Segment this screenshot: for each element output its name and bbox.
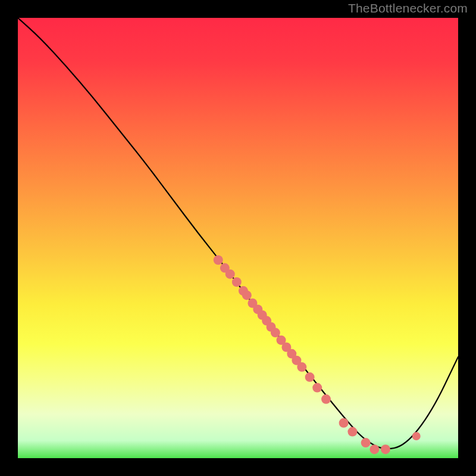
data-marker [412, 432, 421, 440]
curve-svg [18, 18, 458, 458]
data-marker [305, 372, 315, 382]
data-marker [361, 438, 371, 447]
data-marker [271, 328, 280, 337]
data-marker [381, 444, 390, 454]
data-marker [242, 290, 252, 300]
data-marker [369, 444, 379, 454]
chart-container: TheBottlenecker.com [0, 0, 476, 476]
data-marker [226, 270, 235, 279]
data-marker [347, 427, 357, 437]
data-marker [232, 277, 242, 287]
data-marker [214, 255, 223, 265]
plot-area [18, 18, 458, 458]
attribution-text: TheBottlenecker.com [348, 1, 468, 15]
data-marker [339, 418, 349, 428]
data-marker [321, 394, 331, 404]
bottleneck-curve [18, 18, 458, 449]
data-marker [312, 383, 322, 393]
data-marker [297, 362, 306, 372]
data-markers [214, 255, 421, 454]
